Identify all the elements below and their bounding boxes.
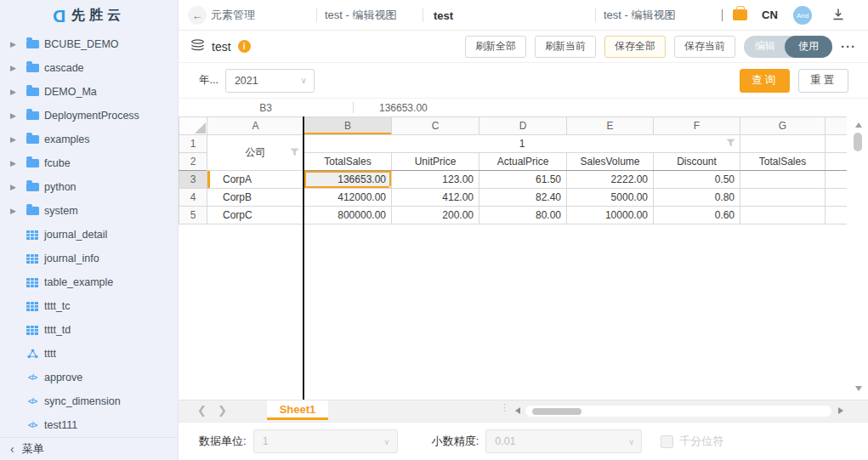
grid-cell[interactable] xyxy=(740,135,825,153)
select-all-corner[interactable] xyxy=(179,117,207,135)
grid-cell-a5[interactable]: CorpC xyxy=(207,207,304,224)
col-header-d[interactable]: D xyxy=(479,117,567,135)
caret-right-icon[interactable]: ▶ xyxy=(10,111,19,120)
col-header-e[interactable]: E xyxy=(567,117,654,135)
briefcase-icon[interactable] xyxy=(733,9,747,20)
field-header-actualprice[interactable]: ActualPrice xyxy=(479,153,567,171)
scroll-right-icon[interactable] xyxy=(838,407,843,414)
tab-element-management[interactable]: 元素管理 xyxy=(211,0,255,31)
sheet-next-icon[interactable]: ❯ xyxy=(218,404,227,417)
col-header-c[interactable]: C xyxy=(392,117,479,135)
sidebar-item-test111[interactable]: </>test111 xyxy=(0,413,178,437)
caret-right-icon[interactable]: ▶ xyxy=(10,88,19,96)
fill-handle[interactable] xyxy=(389,186,392,189)
field-header-totalsales-2[interactable]: TotalSales xyxy=(740,153,825,171)
query-button[interactable]: 查询 xyxy=(740,69,790,93)
thousands-separator-checkbox[interactable] xyxy=(661,435,673,448)
back-button[interactable]: ← xyxy=(188,6,207,25)
refresh-current-button[interactable]: 刷新当前 xyxy=(535,36,596,58)
tab-test-edit-view-1[interactable]: test - 编辑视图 xyxy=(325,0,397,31)
freeze-pane-divider[interactable] xyxy=(303,116,304,400)
toggle-edit-option[interactable]: 编辑 xyxy=(744,36,786,58)
more-options-button[interactable]: ··· xyxy=(841,39,856,54)
caret-right-icon[interactable]: ▶ xyxy=(10,207,19,215)
col-header-a[interactable]: A xyxy=(207,117,304,135)
sidebar-item-bcube-demo[interactable]: ▶BCUBE_DEMO xyxy=(0,32,178,56)
grid-cell-g4[interactable] xyxy=(740,189,825,207)
sheet-prev-icon[interactable]: ❮ xyxy=(197,404,207,417)
grid-cell-e3[interactable]: 2222.00 xyxy=(567,171,654,189)
col-header-f[interactable]: F xyxy=(654,117,740,135)
refresh-all-button[interactable]: 刷新全部 xyxy=(465,36,526,58)
grid-cell-b3-selected[interactable]: 136653.00 xyxy=(304,171,392,189)
vertical-scroll-thumb[interactable] xyxy=(854,133,862,151)
language-switch[interactable]: CN xyxy=(762,9,778,21)
sidebar-item-cascade[interactable]: ▶cascade xyxy=(0,56,178,80)
caret-right-icon[interactable]: ▶ xyxy=(10,183,19,191)
grid-cell-f5[interactable]: 0.60 xyxy=(654,207,740,224)
cell-reference-box[interactable]: B3 xyxy=(179,102,353,114)
sidebar-item-sync-dimension[interactable]: </>sync_dimension xyxy=(0,389,178,413)
row-header-2[interactable]: 2 xyxy=(179,153,207,171)
grid-cell-e5[interactable]: 10000.00 xyxy=(567,207,654,224)
col-header-g[interactable]: G xyxy=(740,117,825,135)
grid-cell-c3[interactable]: 123.00 xyxy=(392,171,479,189)
col-header-b-active[interactable]: B xyxy=(304,117,392,135)
horizontal-scroll-thumb[interactable] xyxy=(532,408,582,415)
group-header-cell[interactable]: 1 xyxy=(304,135,740,153)
caret-right-icon[interactable]: ▶ xyxy=(10,159,19,168)
row-header-3-active[interactable]: 3 xyxy=(179,171,207,189)
formula-input[interactable]: 136653.00 xyxy=(379,102,428,114)
sidebar-item-deploymentprocess[interactable]: ▶DeploymentProcess xyxy=(0,104,178,128)
sidebar-item-tttt[interactable]: tttt xyxy=(0,342,178,366)
caret-right-icon[interactable]: ▶ xyxy=(10,40,19,48)
grid-cell-g5[interactable] xyxy=(740,207,825,224)
grid-cell-b4[interactable]: 412000.00 xyxy=(304,189,392,207)
grid-cell-g3[interactable] xyxy=(740,171,825,189)
filter-funnel-icon[interactable] xyxy=(726,138,735,150)
tab-sheet1[interactable]: Sheet1 xyxy=(267,400,328,420)
sidebar-item-fcube[interactable]: ▶fcube xyxy=(0,151,178,175)
caret-right-icon[interactable]: ▶ xyxy=(10,135,19,144)
sidebar-item-demo-ma[interactable]: ▶DEMO_Ma xyxy=(0,80,178,104)
vertical-scrollbar[interactable] xyxy=(853,119,864,395)
grid-cell-b5[interactable]: 800000.00 xyxy=(304,207,392,224)
grid-cell-a3[interactable]: CorpA xyxy=(207,171,304,189)
grid-cell-d4[interactable]: 82.40 xyxy=(479,189,567,207)
field-header-discount[interactable]: Discount xyxy=(654,153,740,171)
save-current-button[interactable]: 保存当前 xyxy=(674,36,735,58)
caret-right-icon[interactable]: ▶ xyxy=(10,64,19,72)
sidebar-item-journal-detail[interactable]: journal_detail xyxy=(0,223,178,247)
grid-cell-c4[interactable]: 412.00 xyxy=(392,189,479,207)
grid-cell-d5[interactable]: 80.00 xyxy=(479,207,567,224)
download-icon[interactable] xyxy=(831,8,845,25)
grid-cell-d3[interactable]: 61.50 xyxy=(479,171,567,189)
scroll-up-icon[interactable] xyxy=(855,122,862,128)
info-icon[interactable]: i xyxy=(238,40,251,53)
sidebar-item-system[interactable]: ▶system xyxy=(0,199,178,223)
edit-use-toggle[interactable]: 编辑 使用 xyxy=(744,36,832,58)
tab-test-active[interactable]: test xyxy=(434,0,453,31)
sidebar-item-journal-info[interactable]: journal_info xyxy=(0,247,178,270)
field-header-unitprice[interactable]: UnitPrice xyxy=(392,153,479,171)
data-unit-select[interactable]: 1 ∨ xyxy=(253,429,398,453)
year-select[interactable]: 2021 ∨ xyxy=(225,69,315,93)
grid-cell-f4[interactable]: 0.80 xyxy=(654,189,740,207)
splitter-dots-icon[interactable]: ⋮ xyxy=(500,404,509,411)
toggle-use-option[interactable]: 使用 xyxy=(785,36,832,58)
scroll-left-icon[interactable] xyxy=(515,407,520,414)
grid-cell-a4[interactable]: CorpB xyxy=(207,189,304,207)
tab-test-edit-view-2[interactable]: test - 编辑视图 xyxy=(604,0,676,31)
grid-cell-f3[interactable]: 0.50 xyxy=(654,171,740,189)
sidebar-item-tttt-td[interactable]: tttt_td xyxy=(0,318,178,342)
sidebar-item-examples[interactable]: ▶examples xyxy=(0,128,178,151)
sidebar-item-approve[interactable]: </>approve xyxy=(0,366,178,389)
row-header-4[interactable]: 4 xyxy=(179,189,207,207)
collapse-menu-button[interactable]: ‹ 菜单 xyxy=(0,437,178,460)
sidebar-item-table-example[interactable]: table_example xyxy=(0,270,178,294)
reset-button[interactable]: 重置 xyxy=(798,69,848,93)
filter-funnel-icon[interactable] xyxy=(290,147,299,159)
sidebar-item-tttt-tc[interactable]: tttt_tc xyxy=(0,294,178,318)
row-header-1[interactable]: 1 xyxy=(179,135,207,153)
field-header-salesvolume[interactable]: SalesVolume xyxy=(567,153,654,171)
